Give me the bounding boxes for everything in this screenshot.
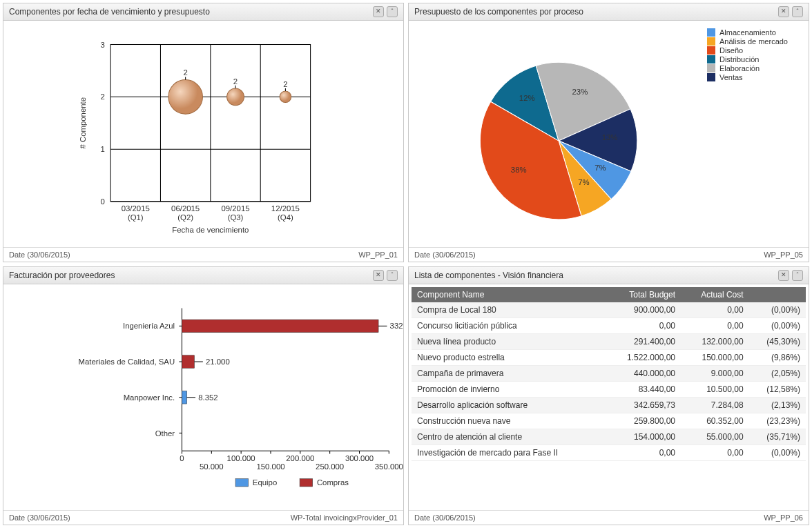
cell-pct: (2,13%) [749,397,806,413]
cell-cost: 55.000,00 [681,429,749,444]
cell-cost: 0,00 [681,444,749,460]
collapse-icon[interactable]: ˆ [387,6,398,17]
svg-text:13%: 13% [602,133,618,141]
cell-budget: 291.400,00 [605,333,681,349]
svg-rect-67 [182,391,186,404]
legend-swatch [707,73,715,81]
footer-date: Date (30/06/2015) [9,514,70,522]
cell-pct: (23,23%) [749,413,806,429]
cell-budget: 154.000,00 [605,429,681,444]
cell-pct: (35,71%) [749,429,806,444]
table-row[interactable]: Promoción de invierno83.440,0010.500,00(… [412,381,806,397]
svg-text:100.000: 100.000 [227,453,255,462]
panel-title: Presupuesto de los componentes por proce… [414,7,583,17]
dashboard-grid: Componentes por fecha de vencimiento y p… [0,0,812,528]
panel-title: Componentes por fecha de vencimiento y p… [9,7,210,17]
panel-bubble: Componentes por fecha de vencimiento y p… [3,3,404,262]
collapse-icon[interactable]: ˆ [792,6,803,17]
legend-item: Almacenamiento [707,28,788,37]
svg-point-22 [168,80,203,115]
legend-swatch [707,64,715,72]
close-icon[interactable]: ✕ [373,6,384,17]
legend-label: Diseño [719,46,743,55]
table-row[interactable]: Desarrollo aplicación software342.659,73… [412,397,806,413]
panel-header[interactable]: Componentes por fecha de vencimiento y p… [3,3,403,21]
cell-name: Compra de Local 180 [412,302,605,318]
svg-text:150.000: 150.000 [256,462,284,471]
table-row[interactable]: Investigación de mercado para Fase II0,0… [412,444,806,460]
panel-header[interactable]: Facturación por proveedores ✕ ˆ [3,267,403,284]
col-budget: Total Budget [605,287,681,302]
col-cost: Actual Cost [681,287,749,302]
cell-cost: 7.284,08 [681,397,749,413]
cell-budget: 440.000,00 [605,365,681,381]
svg-rect-57 [182,320,378,333]
panel-bar: Facturación por proveedores ✕ ˆ 050.0001… [3,266,404,526]
panel-header[interactable]: Lista de componentes - Visión financiera… [409,267,809,284]
legend-label: Elaboración [719,64,760,72]
panel-pie: Presupuesto de los componentes por proce… [408,3,809,262]
cell-cost: 0,00 [681,302,749,318]
table-row[interactable]: Nuevo producto estrella1.522.000,00150.0… [412,349,806,365]
svg-text:332.184: 332.184 [390,322,403,330]
svg-text:3: 3 [100,41,104,49]
cell-cost: 60.352,00 [681,413,749,429]
svg-text:(Q3): (Q3) [228,213,244,222]
table-row[interactable]: Compra de Local 180900.000,000,00(0,00%) [412,302,806,318]
collapse-icon[interactable]: ˆ [792,270,803,281]
svg-text:Compras: Compras [317,478,349,486]
pie-legend: AlmacenamientoAnálisis de mercadoDiseñoD… [707,28,788,82]
svg-point-25 [227,88,244,106]
svg-text:12/2015: 12/2015 [271,204,300,213]
cell-pct: (0,00%) [749,317,806,333]
svg-point-28 [280,91,291,103]
table-row[interactable]: Centro de atención al cliente154.000,005… [412,429,806,444]
cell-cost: 9.000,00 [681,365,749,381]
legend-item: Ventas [707,73,788,81]
panel-footer: Date (30/06/2015) WP_PP_05 [409,247,809,262]
cell-budget: 83.440,00 [605,381,681,397]
close-icon[interactable]: ✕ [373,270,384,281]
svg-text:50.000: 50.000 [200,462,224,471]
svg-text:350.000: 350.000 [375,462,403,471]
panel-header[interactable]: Presupuesto de los componentes por proce… [409,3,809,21]
cell-budget: 1.522.000,00 [605,349,681,365]
svg-text:0: 0 [180,453,184,462]
panel-footer: Date (30/06/2015) WP-Total invoicingxPro… [3,510,403,525]
table-row[interactable]: Nueva línea producto291.400,00132.000,00… [412,333,806,349]
legend-swatch [707,46,715,55]
cell-name: Nueva línea producto [412,333,605,349]
svg-text:1: 1 [100,145,104,153]
legend-label: Distribución [719,55,759,63]
table-row[interactable]: Campaña de primavera440.000,009.000,00(2… [412,365,806,381]
svg-text:7%: 7% [578,178,589,186]
table-row[interactable]: Concurso licitiación pública0,000,00(0,0… [412,317,806,333]
svg-text:2: 2 [233,77,238,86]
collapse-icon[interactable]: ˆ [387,270,398,281]
svg-text:7%: 7% [594,164,606,172]
svg-text:(Q1): (Q1) [128,213,144,222]
svg-text:09/2015: 09/2015 [221,204,249,213]
legend-swatch [707,37,715,46]
table-row[interactable]: Construcción nueva nave259.800,0060.352,… [412,413,806,429]
svg-rect-74 [300,478,313,486]
legend-item: Análisis de mercado [707,37,788,46]
close-icon[interactable]: ✕ [778,270,789,281]
close-icon[interactable]: ✕ [778,6,789,17]
cell-name: Campaña de primavera [412,365,605,381]
footer-id: WP-Total invoicingxProvider_01 [291,514,398,522]
cell-pct: (45,30%) [749,333,806,349]
cell-cost: 132.000,00 [681,333,749,349]
panel-title: Facturación por proveedores [9,271,115,280]
bar-chart: 050.000100.000150.000200.000250.000300.0… [3,284,403,511]
svg-text:38%: 38% [511,166,527,174]
panel-footer: Date (30/06/2015) WP_PP_06 [409,510,809,525]
svg-rect-72 [235,478,249,486]
col-name: Component Name [412,287,605,302]
svg-text:12%: 12% [519,94,535,102]
svg-text:0: 0 [100,197,104,206]
svg-text:8.352: 8.352 [198,393,218,401]
svg-text:Other: Other [155,429,175,437]
cell-name: Investigación de mercado para Fase II [412,444,605,460]
svg-text:03/2015: 03/2015 [122,204,150,213]
